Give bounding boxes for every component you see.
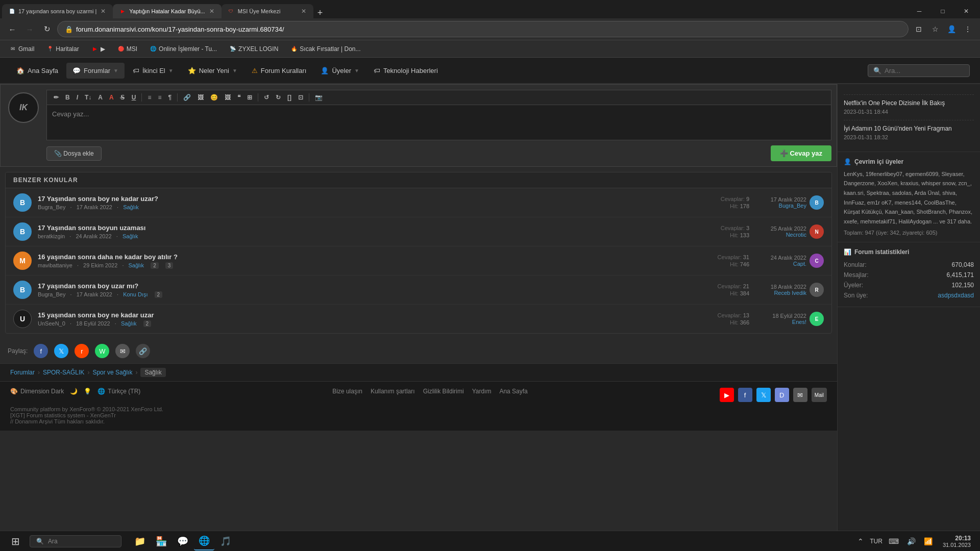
- tray-keyboard-icon[interactable]: ⌨: [887, 535, 901, 547]
- social-discord[interactable]: D: [775, 388, 789, 402]
- toolbar-underline[interactable]: U: [129, 92, 139, 103]
- breadcrumb-forums[interactable]: Forumlar: [10, 369, 35, 376]
- minimize-button[interactable]: ─: [908, 4, 931, 18]
- toolbar-camera[interactable]: 📷: [312, 92, 325, 103]
- share-whatsapp[interactable]: W: [95, 344, 109, 358]
- toolbar-color-a[interactable]: A: [107, 92, 116, 103]
- topic-last-username-5[interactable]: Enes!: [755, 319, 806, 325]
- menu-button[interactable]: ⋮: [961, 22, 975, 36]
- topic-last-username-3[interactable]: Capt.: [755, 261, 806, 267]
- bookmark-sicak[interactable]: 🔥 Sıcak Fırsatlar | Don...: [286, 44, 364, 54]
- stat-value-son-uye[interactable]: asdpsdxdasd: [938, 292, 974, 299]
- share-email[interactable]: ✉: [115, 344, 130, 358]
- tab-1[interactable]: 📄 17 yaşından sonra boy uzarmi | ✕: [2, 4, 113, 18]
- profile-button[interactable]: 👤: [944, 22, 959, 36]
- toolbar-align[interactable]: ¶: [165, 92, 174, 103]
- toolbar-strikethrough[interactable]: S̶: [118, 92, 128, 103]
- tab-3[interactable]: 🛡 MSI Üye Merkezi ✕: [222, 4, 313, 18]
- share-reddit[interactable]: r: [75, 344, 89, 358]
- reload-button[interactable]: ↻: [40, 22, 54, 36]
- taskbar-search[interactable]: 🔍 Ara: [30, 535, 121, 547]
- tray-clock[interactable]: 20:13 31.01.2023: [939, 535, 975, 548]
- social-email[interactable]: ✉: [793, 388, 807, 402]
- toolbar-italic[interactable]: I: [74, 92, 81, 103]
- editor-body[interactable]: Cevap yaz...: [46, 105, 831, 140]
- bookmark-zyxel[interactable]: 📡 ZYXEL LOGIN: [225, 44, 282, 54]
- bookmark-button[interactable]: ☆: [928, 22, 942, 36]
- new-tab-button[interactable]: +: [313, 8, 327, 18]
- toolbar-text[interactable]: T↓: [82, 92, 94, 103]
- topic-category-2[interactable]: Sağlık: [122, 233, 138, 239]
- bookmark-msi[interactable]: 🔴 MSI: [113, 44, 141, 54]
- taskbar-app-explorer[interactable]: 📁: [130, 532, 150, 550]
- taskbar-app-chat[interactable]: 💬: [173, 532, 193, 550]
- close-button[interactable]: ✕: [954, 4, 978, 18]
- toolbar-format[interactable]: ✏: [51, 92, 61, 103]
- topic-category-3[interactable]: Sağlık: [129, 262, 144, 268]
- theme-selector[interactable]: 🎨 Dimension Dark: [10, 388, 64, 395]
- taskbar-app-browser[interactable]: 🌐: [194, 532, 214, 550]
- toolbar-bold[interactable]: B: [63, 92, 72, 103]
- tab-2[interactable]: ▶ Yaptığın Hatalar Kadar Büyü... ✕: [113, 4, 221, 18]
- toolbar-font-a[interactable]: A: [95, 92, 105, 103]
- submit-button[interactable]: ➕ Cevap yaz: [771, 145, 831, 161]
- start-button[interactable]: ⊞: [5, 533, 26, 549]
- theme-toggle-light[interactable]: 💡: [84, 388, 91, 395]
- sidebar-news-title-1[interactable]: Netflix'in One Piece Dizisine İlk Bakış: [844, 99, 974, 108]
- footer-link-terms[interactable]: Kullanım şartları: [371, 388, 415, 395]
- sidebar-news-title-2[interactable]: İyi Adamın 10 Günü'nden Yeni Fragman: [844, 124, 974, 133]
- theme-toggle-dark[interactable]: 🌙: [70, 388, 78, 395]
- topic-title-1[interactable]: 17 Yaşından sonra boy ne kadar uzar?: [38, 195, 651, 203]
- toolbar-code[interactable]: []: [285, 92, 294, 103]
- topic-title-4[interactable]: 17 yaşından sonra boy uzar mı?: [38, 282, 651, 290]
- social-mail[interactable]: Mail: [812, 388, 827, 402]
- topic-title-3[interactable]: 16 yaşından sonra daha ne kadar boy atıl…: [38, 253, 651, 261]
- attach-button[interactable]: 📎 Dosya ekle: [46, 146, 102, 161]
- toolbar-undo[interactable]: ↺: [261, 92, 272, 103]
- social-twitter[interactable]: 𝕏: [756, 388, 771, 402]
- nav-uyeler[interactable]: 👤 Üyeler ▼: [314, 63, 365, 79]
- topic-title-2[interactable]: 17 Yaşından sonra boyun uzaması: [38, 224, 651, 232]
- taskbar-app-store[interactable]: 🏪: [151, 532, 172, 550]
- tray-wifi-icon[interactable]: 📶: [922, 535, 935, 547]
- topic-last-username-2[interactable]: Necrotic: [755, 232, 806, 238]
- topic-category-4[interactable]: Konu Dışı: [123, 291, 148, 297]
- bookmark-haritalar[interactable]: 📍 Haritalar: [42, 44, 83, 54]
- nav-search[interactable]: 🔍: [868, 64, 970, 77]
- forward-button[interactable]: →: [22, 22, 37, 36]
- topic-category-1[interactable]: Sağlık: [123, 204, 139, 210]
- footer-link-contact[interactable]: Bize ulaşın: [332, 388, 362, 395]
- breadcrumb-spor-saglik-2[interactable]: Spor ve Sağlık: [92, 369, 132, 376]
- lang-selector[interactable]: 🌐 Türkçe (TR): [97, 388, 140, 395]
- tab-1-close[interactable]: ✕: [100, 7, 107, 16]
- share-twitter[interactable]: 𝕏: [54, 344, 68, 358]
- social-facebook[interactable]: f: [738, 388, 752, 402]
- footer-link-help[interactable]: Yardım: [472, 388, 492, 395]
- bookmark-youtube[interactable]: ▶ ▶: [87, 44, 109, 54]
- toolbar-spoiler[interactable]: ⊡: [296, 92, 306, 103]
- back-button[interactable]: ←: [5, 22, 19, 36]
- tray-chevron-icon[interactable]: ⌃: [855, 535, 866, 547]
- address-bar[interactable]: 🔒 forum.donanimarsivi.com/konu/17-yasind…: [57, 21, 909, 37]
- toolbar-redo[interactable]: ↻: [273, 92, 283, 103]
- taskbar-app-music[interactable]: 🎵: [215, 532, 236, 550]
- toolbar-media[interactable]: 🖼: [222, 92, 233, 103]
- toolbar-list-ol[interactable]: ≡: [155, 92, 164, 103]
- breadcrumb-spor-saglik[interactable]: SPOR-SAĞLIK: [43, 369, 84, 376]
- bookmark-gmail[interactable]: ✉ Gmail: [5, 44, 38, 54]
- toolbar-list-ul[interactable]: ≡: [145, 92, 154, 103]
- share-facebook[interactable]: f: [34, 344, 48, 358]
- toolbar-quote[interactable]: ❝: [235, 92, 243, 103]
- share-link[interactable]: 🔗: [136, 344, 150, 358]
- toolbar-image[interactable]: 🖼: [195, 92, 206, 103]
- toolbar-link[interactable]: 🔗: [181, 92, 193, 103]
- topic-last-username-1[interactable]: Bugra_Bey: [755, 203, 806, 209]
- footer-link-home[interactable]: Ana Sayfa: [499, 388, 527, 395]
- nav-forums[interactable]: 💬 Forumlar ▼: [66, 63, 125, 79]
- taskbar-lang[interactable]: TUR: [870, 538, 883, 545]
- nav-teknoloji[interactable]: 🏷 Teknoloji Haberleri: [368, 63, 444, 79]
- topic-last-username-4[interactable]: Receb Ivedik: [755, 290, 806, 296]
- topic-category-5[interactable]: Sağlık: [121, 320, 137, 327]
- topic-title-5[interactable]: 15 yaşından sonra boy ne kadar uzar: [38, 311, 651, 319]
- tab-3-close[interactable]: ✕: [300, 7, 307, 16]
